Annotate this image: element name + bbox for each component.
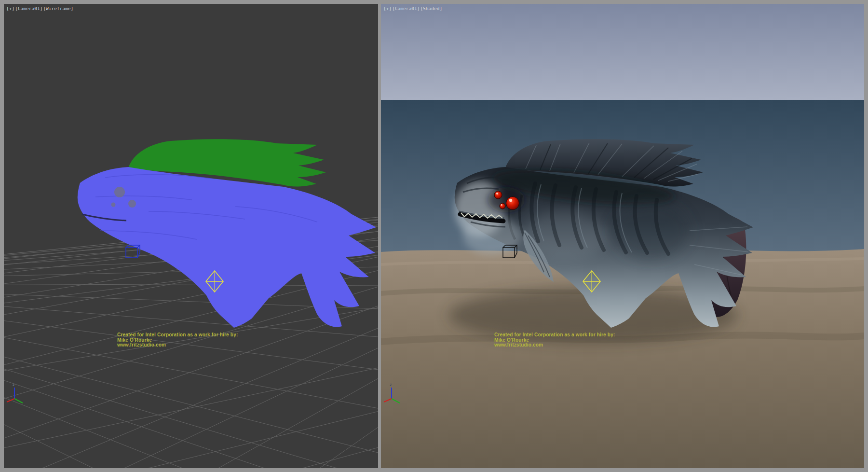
wireframe-viewport[interactable]: [+][Camera01][Wireframe] [4,4,378,468]
credits-text: Created for Intel Corporation as a work … [494,333,615,348]
shaded-viewport[interactable]: [+][Camera01][Shaded] [381,4,864,468]
viewport-menu-shading[interactable]: [Wireframe] [43,6,73,11]
viewport-menu-pov[interactable]: [Camera01] [15,6,42,11]
viewport-menu-pov[interactable]: [Camera01] [392,6,420,11]
credits-line: www.fritzstudio.com [494,343,615,348]
viewport-frame: [+][Camera01][Wireframe] [0,0,868,472]
credits-line: www.fritzstudio.com [117,343,238,348]
eye-socket [488,187,525,212]
axis-tripod: z [7,382,23,403]
wireframe-scene: z [4,4,378,468]
viewport-label: [+][Camera01][Shaded] [383,6,443,11]
z-axis-label: z [13,382,15,387]
viewport-label: [+][Camera01][Wireframe] [6,6,74,11]
viewport-menu-shading[interactable]: [Shaded] [420,6,442,11]
credits-text: Created for Intel Corporation as a work … [117,333,238,348]
viewport-menu-general[interactable]: [+] [6,6,14,11]
viewport-menu-general[interactable]: [+] [383,6,392,11]
credits-line: Created for Intel Corporation as a work … [117,333,238,338]
shaded-scene: z [381,4,864,468]
fish-wireframe[interactable] [78,139,376,328]
credits-line: Created for Intel Corporation as a work … [494,333,615,338]
z-axis-label: z [390,382,392,387]
